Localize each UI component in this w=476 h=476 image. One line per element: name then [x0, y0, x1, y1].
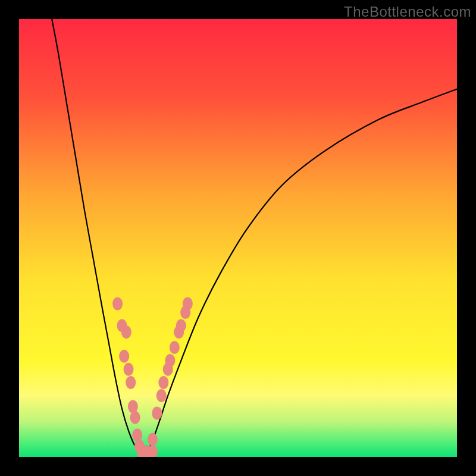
marker-dot	[170, 341, 180, 354]
marker-dot	[128, 400, 138, 413]
gradient-background	[19, 19, 457, 457]
marker-dot	[119, 350, 129, 363]
marker-dot	[156, 389, 167, 402]
marker-dot	[126, 376, 136, 389]
marker-dot	[165, 354, 175, 367]
marker-dot	[112, 297, 123, 310]
marker-dot	[121, 325, 131, 339]
watermark-text: TheBottleneck.com	[344, 4, 471, 20]
marker-dot	[148, 433, 158, 446]
marker-dot	[124, 363, 134, 376]
marker-dot	[132, 428, 142, 441]
chart-container: TheBottleneck.com	[0, 0, 476, 476]
marker-dot	[152, 406, 162, 419]
marker-dot	[130, 411, 140, 424]
marker-dot	[158, 376, 168, 389]
marker-dot	[183, 297, 193, 310]
chart-svg	[19, 19, 457, 457]
plot-area	[19, 19, 457, 457]
marker-dot	[176, 319, 186, 332]
